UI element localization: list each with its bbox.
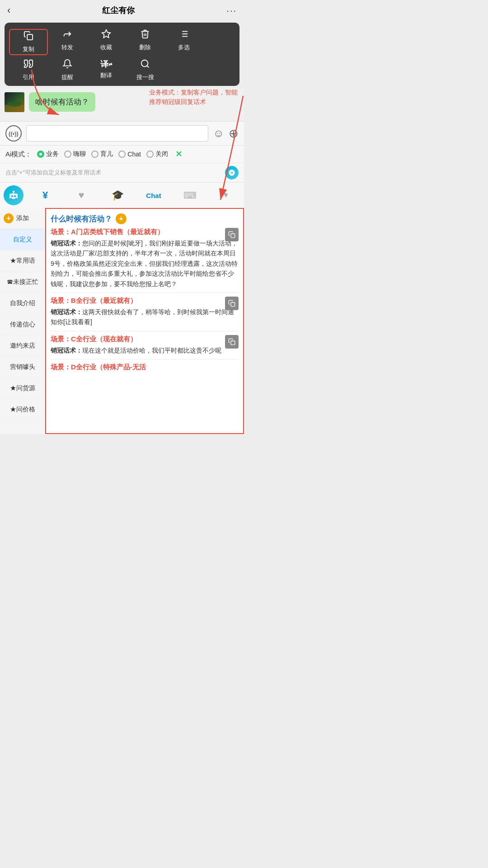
copy-label: 复制 <box>23 45 34 53</box>
scenario-d: 场景：D全行业（特殊产品-无活 <box>51 363 239 372</box>
toolbar-keyboard[interactable]: ⌨ <box>172 187 208 203</box>
right-panel: 什么时候有活动？ + 场景：A门店类线下销售（最近就有） 销冠话术：您问的正是时… <box>45 208 244 434</box>
sidebar-item-custom[interactable]: 自定义 <box>0 229 45 250</box>
radio-business <box>37 151 44 158</box>
toolbar-graduation[interactable]: 🎓 <box>99 187 136 204</box>
svg-rect-21 <box>231 234 235 238</box>
sidebar-item-missed[interactable]: ☎未接正忙 <box>0 272 45 293</box>
forward-icon <box>62 29 72 42</box>
scenario-c-copy[interactable] <box>225 335 239 349</box>
scenario-b-title: 场景：B全行业（最近就有） <box>51 297 239 305</box>
remind-icon <box>62 59 72 71</box>
add-circle-icon: + <box>4 213 14 223</box>
search-label: 搜一搜 <box>136 73 154 81</box>
svg-point-15 <box>11 195 13 197</box>
scenario-c-header: 场景：C全行业（现在就有） <box>51 335 239 344</box>
scenario-a-title: 场景：A门店类线下销售（最近就有） <box>51 228 239 236</box>
radio-business-label: 业务 <box>46 150 59 158</box>
sidebar-item-price[interactable]: ★问价格 <box>0 399 45 420</box>
chat-bubble: 啥时候有活动？ <box>29 92 95 112</box>
svg-point-16 <box>14 195 16 197</box>
context-menu-forward[interactable]: 转发 <box>48 29 87 55</box>
chat-small-icon[interactable] <box>225 166 239 179</box>
ai-mode-label: Ai模式： <box>5 150 32 159</box>
dropdown-icon: ▼ <box>222 191 230 199</box>
delete-label: 删除 <box>139 43 151 52</box>
toolbar-chat-text[interactable]: Chat <box>136 189 172 202</box>
emoji-button[interactable]: ☺ <box>213 127 224 140</box>
ai-mode-row: Ai模式： 业务 嗨聊 育儿 Chat 关闭 ✕ <box>0 145 244 163</box>
input-area: ((•)) ☺ ⊕ <box>0 121 244 145</box>
graduation-icon: 🎓 <box>112 189 124 201</box>
ai-mode-openchat[interactable]: Chat <box>118 151 141 158</box>
context-menu-remind[interactable]: 提醒 <box>48 59 87 81</box>
svg-rect-0 <box>27 34 33 40</box>
keyboard-icon: ⌨ <box>183 190 197 201</box>
toolbar-heart[interactable]: ♥ <box>63 187 99 204</box>
toolbar: ¥ ♥ 🎓 Chat ⌨ ▼ <box>0 182 244 208</box>
add-to-question-button[interactable]: + <box>116 213 127 224</box>
radio-parenting <box>91 151 99 158</box>
scenario-b: 场景：B全行业（最近就有） 销冠话术：这两天很快就会有了，稍等等哈，到时候我第一… <box>51 297 239 327</box>
message-input[interactable] <box>26 125 208 142</box>
voice-button[interactable]: ((•)) <box>5 125 22 142</box>
radio-off-label: 关闭 <box>155 150 168 158</box>
context-menu-favorite[interactable]: 收藏 <box>87 29 126 55</box>
scenario-c-content: 销冠话术：现在这个就是活动价哈，我们平时都比这贵不少呢 <box>51 345 239 355</box>
radio-openchat-label: Chat <box>127 151 141 158</box>
sidebar-item-intro[interactable]: 自我介绍 <box>0 293 45 314</box>
scenario-a-header: 场景：A门店类线下销售（最近就有） <box>51 228 239 236</box>
context-menu-row1: 复制 转发 收藏 <box>5 27 239 57</box>
avatar <box>5 92 24 112</box>
scenario-a-copy[interactable] <box>225 228 239 241</box>
radio-off <box>146 151 154 158</box>
svg-point-12 <box>7 101 22 107</box>
sidebar-item-source[interactable]: ★问货源 <box>0 378 45 399</box>
header: ‹ 红尘有你 ··· <box>0 0 244 21</box>
favorite-icon <box>101 29 111 42</box>
ai-mode-business[interactable]: 业务 <box>37 150 59 158</box>
sidebar-item-invite[interactable]: 邀约来店 <box>0 335 45 357</box>
sidebar-item-confidence[interactable]: 传递信心 <box>0 314 45 335</box>
chat-bubble-row: 啥时候有活动？ 业务模式：复制客户问题，智能推荐销冠级回复话术 <box>5 92 239 112</box>
search-icon <box>140 59 150 71</box>
scenario-a-content: 销冠话术：您问的正是时候[呲牙]，我们刚好最近要做一场大活动，这次活动是厂家/总… <box>51 238 239 289</box>
scenario-b-content: 销冠话术：这两天很快就会有了，稍等等哈，到时候我第一时间通知你[让我看看] <box>51 307 239 327</box>
svg-rect-20 <box>15 198 17 199</box>
scenario-c: 场景：C全行业（现在就有） 销冠话术：现在这个就是活动价哈，我们平时都比这贵不少… <box>51 335 239 355</box>
scenario-b-copy[interactable] <box>225 297 239 310</box>
context-menu-multiselect[interactable]: 多选 <box>164 29 203 55</box>
svg-point-8 <box>141 60 148 67</box>
svg-rect-17 <box>13 191 14 193</box>
tags-hint-text: 点击"+"可添加自定义标签及常用话术 <box>5 169 101 177</box>
ai-mode-chat[interactable]: 嗨聊 <box>64 150 86 158</box>
radio-chat <box>64 151 71 158</box>
svg-rect-22 <box>231 302 235 307</box>
context-menu-copy[interactable]: 复制 <box>9 29 48 55</box>
voice-icon: ((•)) <box>9 130 19 137</box>
sidebar-item-marketing[interactable]: 营销噱头 <box>0 357 45 378</box>
context-menu-translate[interactable]: 译⇄ 翻译 <box>87 59 126 81</box>
context-menu-search[interactable]: 搜一搜 <box>126 59 164 81</box>
back-button[interactable]: ‹ <box>7 5 10 16</box>
ai-mode-off[interactable]: 关闭 <box>146 150 168 158</box>
toolbar-yuan[interactable]: ¥ <box>27 187 63 204</box>
context-menu-quote[interactable]: 引用 <box>9 59 48 81</box>
ai-mode-parenting[interactable]: 育儿 <box>91 150 113 158</box>
sidebar-item-common[interactable]: ★常用语 <box>0 250 45 272</box>
toolbar-robot[interactable] <box>0 185 27 205</box>
main-content: + 添加 自定义 ★常用语 ☎未接正忙 自我介绍 传递信心 邀约来店 营销噱头 … <box>0 208 244 434</box>
add-label: 添加 <box>16 214 29 222</box>
add-button[interactable]: + 添加 <box>0 208 45 229</box>
scenario-d-title: 场景：D全行业（特殊产品-无活 <box>51 363 239 372</box>
context-menu-delete[interactable]: 删除 <box>126 29 164 55</box>
plus-button[interactable]: ⊕ <box>229 127 239 141</box>
translate-icon: 译⇄ <box>100 59 112 70</box>
radio-chat-label: 嗨聊 <box>73 150 86 158</box>
ai-mode-close[interactable]: ✕ <box>175 149 182 159</box>
toolbar-dropdown[interactable]: ▼ <box>208 189 244 202</box>
translate-label: 翻译 <box>100 71 112 80</box>
more-button[interactable]: ··· <box>226 5 237 16</box>
svg-marker-1 <box>102 30 110 38</box>
radio-openchat <box>118 151 126 158</box>
